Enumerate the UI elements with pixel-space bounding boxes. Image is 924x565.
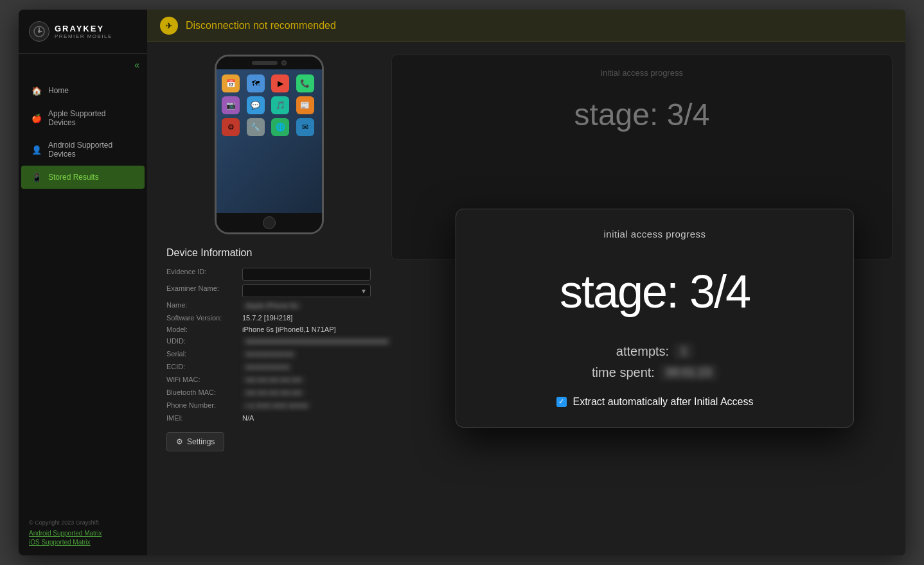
phone-top-bar: [217, 56, 322, 69]
left-panel: 📅 🗺 ▶ 📞 📷 💬 🎵 📰 ⚙ 🔧 🌐 ✉: [160, 55, 378, 543]
auto-extract-label: Extract automatically after Initial Acce…: [573, 396, 754, 408]
phone-camera: [281, 60, 287, 65]
imei-value: N/A: [242, 414, 254, 422]
footer-links: Android Supported Matrix iOS Supported M…: [29, 530, 137, 546]
modal-overlay: initial access progress stage: 3/4 attem…: [366, 80, 905, 555]
logo-icon: [29, 21, 49, 42]
alert-bar: ✈ Disconnection not recommended: [147, 10, 905, 42]
alert-icon-char: ✈: [165, 21, 173, 31]
evidence-input[interactable]: [242, 268, 371, 281]
attempts-label: attempts:: [616, 344, 669, 359]
app-icon-maps: 🗺: [247, 74, 265, 92]
logo-sub: PREMIER MOBILE: [55, 33, 112, 39]
info-row-software: Software Version: 15.7.2 [19H218]: [166, 314, 372, 322]
app-icon-settings: ⚙: [222, 118, 240, 136]
examiner-select-wrapper: ▼: [242, 284, 371, 297]
phone-mockup: 📅 🗺 ▶ 📞 📷 💬 🎵 📰 ⚙ 🔧 🌐 ✉: [215, 55, 324, 234]
info-row-phone: Phone Number: +1 XXX XXX XXXX: [166, 401, 372, 410]
device-info-title: Device Information: [166, 247, 372, 259]
sidebar-item-apple-label: Apple Supported Devices: [48, 109, 134, 127]
phone-icons-grid: 📅 🗺 ▶ 📞 📷 💬 🎵 📰 ⚙ 🔧 🌐 ✉: [217, 69, 322, 141]
phone-label: Phone Number:: [166, 401, 237, 410]
phone-speaker: [252, 61, 278, 65]
app-icon-messages: 💬: [247, 96, 265, 114]
app-icon-phone: 📞: [296, 74, 314, 92]
info-row-bluetooth: Bluetooth MAC: XX:XX:XX:XX:XX: [166, 388, 372, 397]
sidebar-item-home-label: Home: [48, 86, 69, 95]
logo-main: GRAYKEY: [55, 24, 112, 33]
examiner-label: Examiner Name:: [166, 284, 237, 297]
evidence-label: Evidence ID:: [166, 268, 237, 281]
sidebar-item-stored[interactable]: 📱 Stored Results: [21, 166, 145, 189]
stage-display: stage: 3/4: [482, 265, 828, 318]
settings-button[interactable]: ⚙ Settings: [166, 432, 224, 451]
settings-label: Settings: [187, 437, 215, 446]
app-icon-safari: 🌐: [271, 118, 289, 136]
app-window: GRAYKEY PREMIER MOBILE « 🏠 Home 🍎 Apple …: [19, 10, 905, 555]
time-spent-label: time spent:: [592, 365, 655, 380]
progress-modal: initial access progress stage: 3/4 attem…: [456, 209, 854, 428]
info-row-serial: Serial: XXXXXXXXXX: [166, 350, 372, 359]
app-icon-music: 🎵: [271, 96, 289, 114]
phone-value: +1 XXX XXX XXXX: [242, 401, 311, 410]
serial-value: XXXXXXXXXX: [242, 350, 297, 359]
sidebar-footer: © Copyright 2023 Grayshift Android Suppo…: [19, 512, 147, 555]
phone-screen: 📅 🗺 ▶ 📞 📷 💬 🎵 📰 ⚙ 🔧 🌐 ✉: [217, 69, 322, 213]
sidebar: GRAYKEY PREMIER MOBILE « 🏠 Home 🍎 Apple …: [19, 10, 147, 555]
info-row-wifi: WiFi MAC: XX:XX:XX:XX:XX: [166, 376, 372, 385]
auto-extract-row: ✓ Extract automatically after Initial Ac…: [482, 396, 828, 408]
info-row-examiner: Examiner Name: ▼: [166, 284, 372, 297]
app-icon-calendar: 📅: [222, 74, 240, 92]
apple-icon: 🍎: [31, 113, 42, 123]
collapse-icon[interactable]: «: [134, 60, 139, 70]
info-row-model: Model: iPhone 6s [iPhone8,1 N71AP]: [166, 326, 372, 333]
android-icon: 👤: [31, 144, 42, 155]
attempts-value: 1: [674, 343, 693, 360]
app-icon-video: ▶: [271, 74, 289, 92]
settings-icon: ⚙: [176, 437, 183, 446]
alert-text: Disconnection not recommended: [186, 20, 336, 31]
home-icon: 🏠: [31, 85, 42, 96]
modal-stats: attempts: 1 time spent: 00:01:23: [482, 343, 828, 381]
imei-label: IMEI:: [166, 414, 237, 422]
sidebar-item-apple[interactable]: 🍎 Apple Supported Devices: [21, 103, 145, 134]
sidebar-item-android[interactable]: 👤 Android Supported Devices: [21, 134, 145, 165]
wifi-value: XX:XX:XX:XX:XX: [242, 376, 305, 385]
bg-progress-title: initial access progress: [601, 68, 683, 78]
sidebar-item-android-label: Android Supported Devices: [48, 141, 134, 159]
app-icon-mail: ✉: [296, 118, 314, 136]
modal-title: initial access progress: [482, 229, 828, 239]
examiner-select[interactable]: [242, 284, 371, 297]
bluetooth-label: Bluetooth MAC:: [166, 388, 237, 397]
sidebar-item-home[interactable]: 🏠 Home: [21, 79, 145, 102]
bluetooth-value: XX:XX:XX:XX:XX: [242, 388, 305, 397]
info-row-name: Name: Apple iPhone 6s: [166, 301, 372, 310]
software-value: 15.7.2 [19H218]: [242, 314, 292, 322]
name-label: Name:: [166, 301, 237, 310]
android-matrix-link[interactable]: Android Supported Matrix: [29, 530, 137, 537]
info-row-evidence: Evidence ID:: [166, 268, 372, 281]
ecid-label: ECID:: [166, 363, 237, 372]
serial-label: Serial:: [166, 350, 237, 359]
home-button: [263, 216, 276, 229]
alert-icon: ✈: [160, 17, 178, 35]
phone-bottom-bar: [217, 213, 322, 232]
ecid-value: XXXXXXXXX: [242, 363, 292, 372]
logo-text: GRAYKEY PREMIER MOBILE: [55, 24, 112, 39]
attempts-row: attempts: 1: [616, 343, 693, 360]
name-value: Apple iPhone 6s: [242, 301, 301, 310]
auto-extract-checkbox[interactable]: ✓: [556, 397, 567, 407]
sidebar-collapse-area: «: [19, 54, 147, 76]
model-value: iPhone 6s [iPhone8,1 N71AP]: [242, 326, 336, 333]
ios-matrix-link[interactable]: iOS Supported Matrix: [29, 539, 137, 546]
svg-point-1: [38, 30, 40, 33]
sidebar-nav: 🏠 Home 🍎 Apple Supported Devices 👤 Andro…: [19, 76, 147, 512]
app-icon-tools: 🔧: [247, 118, 265, 136]
info-row-udid: UDID: 0000000000000000000000000000000000…: [166, 337, 372, 346]
software-label: Software Version:: [166, 314, 237, 322]
device-info-panel: Device Information Evidence ID: Examiner…: [160, 247, 378, 451]
udid-label: UDID:: [166, 337, 237, 346]
app-icon-camera: 📷: [222, 96, 240, 114]
logo-area: GRAYKEY PREMIER MOBILE: [19, 10, 147, 54]
model-label: Model:: [166, 326, 237, 333]
